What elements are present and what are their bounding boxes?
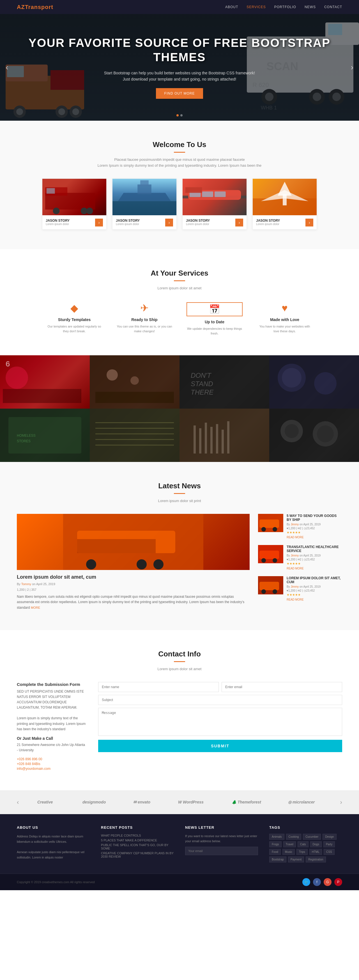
news-side-stats-1: ♥1,200 | ✉2 | ◷23,452	[287, 527, 342, 530]
svg-point-4	[16, 108, 23, 115]
portfolio-item-1[interactable]: 6	[0, 355, 90, 409]
welcome-card-1[interactable]: JASON STORY Lorem ipsum dolor ›	[42, 178, 106, 229]
tag-frogs[interactable]: Frogs	[269, 842, 281, 847]
portfolio-item-4[interactable]	[269, 355, 359, 409]
footer-recent-post-1[interactable]: WHAT PEOPLE CONTROLS	[101, 834, 174, 837]
news-section: Latest News Lorem ipsum dolor sit print …	[0, 462, 359, 630]
tag-travel[interactable]: Travel	[283, 842, 296, 847]
footer-recent-post-3[interactable]: PUBLIC THE SPELL ICON THAT'S GO, OUR BY …	[101, 843, 174, 850]
form-email-input[interactable]	[222, 682, 342, 692]
svg-point-58	[314, 372, 337, 395]
news-side-item-3: Lorem ipsum dolor sit amet, cum By Jimmy…	[258, 576, 342, 602]
tag-animals[interactable]: Animals	[269, 834, 284, 840]
tag-html[interactable]: HTML	[309, 849, 322, 855]
footer-recent-title: RECENT POSTS	[101, 826, 174, 830]
tag-trips[interactable]: Trips	[297, 849, 308, 855]
service-desc-4: You have to make your websites with love…	[257, 324, 313, 333]
news-side-link-2[interactable]: READ MORE	[287, 567, 304, 570]
welcome-card-2[interactable]: JASON STORY Lorem ipsum dolor ›	[112, 178, 177, 229]
news-sidebar: 5 WAY TO SEND YOUR GOODS BY SHIP By Jimm…	[258, 514, 342, 610]
tag-party[interactable]: Party	[323, 842, 335, 847]
social-twitter-icon[interactable]: 🐦	[302, 878, 310, 886]
svg-point-27	[86, 207, 93, 214]
partner-envato: ✉ envato	[132, 797, 160, 807]
tag-bootstrap[interactable]: Bootstrap	[269, 856, 286, 862]
portfolio-item-8[interactable]	[269, 409, 359, 462]
svg-point-90	[261, 527, 266, 531]
welcome-card-arrow-1[interactable]: ›	[95, 219, 103, 226]
welcome-card-4[interactable]: JASON STORY Lorem ipsum dolor ›	[253, 178, 317, 229]
hero-dot-2[interactable]	[180, 114, 183, 116]
tag-payment[interactable]: Payment	[288, 856, 304, 862]
form-name-input[interactable]	[98, 682, 219, 692]
tag-cucumber[interactable]: Cucumber	[303, 834, 321, 840]
partners-bar: ‹ Creative designmodo ✉ envato W WordPre…	[0, 790, 359, 814]
svg-point-98	[261, 589, 266, 594]
news-side-stars-2: ★★★★★	[287, 562, 342, 565]
hero-prev-arrow[interactable]: ‹	[6, 63, 8, 72]
social-pinterest-icon[interactable]: P	[334, 878, 342, 886]
tag-css[interactable]: CSS	[324, 849, 335, 855]
partners-next-arrow[interactable]: ›	[340, 799, 342, 806]
welcome-card-desc-2: Lorem ipsum dolor	[116, 223, 140, 226]
service-item-1: ◆ Sturdy Templates Our templates are upd…	[46, 302, 102, 336]
news-main-title: Lorem ipsum dolor sit amet, cum	[17, 574, 249, 580]
nav-contact[interactable]: CONTACT	[324, 5, 342, 9]
tag-design[interactable]: Design	[322, 834, 336, 840]
svg-point-44	[6, 366, 28, 389]
news-side-title-2: TRANSATLANTIC HEALTHCARE SERVICE	[287, 545, 342, 553]
news-main-more-link[interactable]: MORE	[31, 606, 40, 609]
form-message-textarea[interactable]	[98, 708, 342, 736]
welcome-card-arrow-2[interactable]: ›	[165, 219, 173, 226]
nav-about[interactable]: ABOUT	[225, 5, 238, 9]
news-main-excerpt: Nam libero tempore, cum soluta nobis est…	[17, 594, 249, 610]
tag-registration[interactable]: Registration	[306, 856, 326, 862]
portfolio-item-3[interactable]: DON'T STAND THERE	[180, 355, 269, 409]
welcome-subtitle: Placeat faucee possimusnibh impedit que …	[95, 157, 264, 169]
news-side-link-3[interactable]: READ MORE	[287, 598, 304, 601]
footer-recent-post-2[interactable]: 5 PLACES THAT MAKE A DIFFERENCE	[101, 838, 174, 842]
social-facebook-icon[interactable]: f	[313, 878, 321, 886]
svg-point-79	[285, 424, 299, 438]
svg-text:designmodo: designmodo	[83, 800, 106, 804]
nav-news[interactable]: NEWS	[305, 5, 316, 9]
svg-rect-97	[259, 582, 279, 590]
welcome-card-desc-3: Lorem ipsum dolor	[186, 223, 210, 226]
service-title-2: Ready to Ship	[116, 317, 173, 322]
portfolio-item-7[interactable]	[180, 409, 269, 462]
welcome-card-arrow-4[interactable]: ›	[305, 219, 313, 226]
nav-logo[interactable]: AZTransport	[17, 4, 53, 10]
svg-text:◎ microlancer: ◎ microlancer	[288, 800, 315, 804]
hero-next-arrow[interactable]: ›	[351, 63, 353, 72]
contact-info-panel: Complete the Submission Form SED UT PERS…	[17, 682, 87, 771]
calendar-icon: 📅	[186, 302, 243, 316]
portfolio-item-5[interactable]: HOMELESS STORES	[0, 409, 90, 462]
hero-dot-1[interactable]	[176, 114, 179, 116]
portfolio-item-2[interactable]	[90, 355, 180, 409]
tag-cooking[interactable]: Cooking	[286, 834, 302, 840]
portfolio-item-6[interactable]	[90, 409, 180, 462]
nav-portfolio[interactable]: PORTFOLIO	[274, 5, 296, 9]
tag-food[interactable]: Food	[269, 849, 281, 855]
newsletter-input[interactable]	[185, 847, 258, 855]
svg-text:🌲 Themeforest: 🌲 Themeforest	[231, 800, 261, 805]
welcome-card-body-3: JASON STORY Lorem ipsum dolor ›	[183, 215, 246, 229]
contact-address: 21 Somewhere Awesome c/o John Up Atlanta…	[17, 742, 87, 753]
news-side-link-1[interactable]: READ MORE	[287, 536, 304, 539]
nav-services[interactable]: SERVICES	[246, 5, 265, 9]
partner-designmodo: designmodo	[81, 797, 115, 807]
tag-cats[interactable]: Cats	[297, 842, 308, 847]
welcome-card-arrow-3[interactable]: ›	[235, 219, 243, 226]
hero-section: SCAN WHB 1 R 620 YOUR FAVORITE SOURCE OF…	[0, 14, 359, 121]
partners-prev-arrow[interactable]: ‹	[17, 799, 19, 806]
form-subject-input[interactable]	[98, 695, 342, 705]
form-submit-button[interactable]: SUBMIT	[98, 740, 342, 752]
social-google-icon[interactable]: G	[324, 878, 332, 886]
svg-rect-69	[180, 409, 269, 462]
welcome-card-3[interactable]: JASON STORY Lorem ipsum dolor ›	[182, 178, 247, 229]
footer-recent-post-4[interactable]: CREATIVE COMPANY CEP NUMBER PLANS IN BY …	[101, 851, 174, 858]
tag-dogs[interactable]: Dogs	[310, 842, 322, 847]
svg-text:6: 6	[6, 360, 10, 368]
hero-cta-button[interactable]: FIND OUT MORE	[156, 88, 203, 99]
tag-music[interactable]: Music	[283, 849, 295, 855]
